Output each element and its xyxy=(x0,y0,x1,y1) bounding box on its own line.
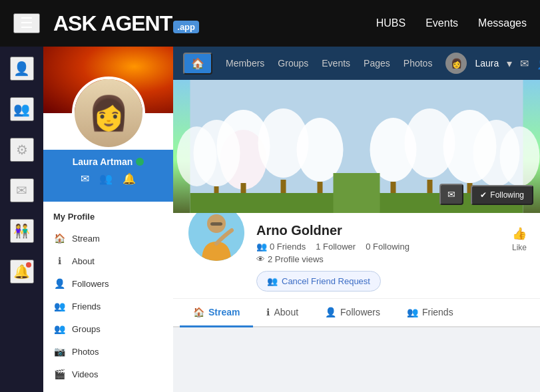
hamburger-button[interactable]: ☰ xyxy=(13,13,40,33)
avatar-image: 👩 xyxy=(75,79,142,147)
views-icon: 👁 xyxy=(256,254,265,264)
verified-icon xyxy=(136,158,144,166)
dropdown-arrow-nav[interactable]: ▾ xyxy=(507,57,512,70)
my-profile-section: My Profile 🏠 Stream ℹ About 👤 Followers … xyxy=(43,202,173,392)
inner-nav-groups[interactable]: Groups xyxy=(278,58,308,69)
profile-name-row: Laura Artman xyxy=(53,156,163,167)
following-label: Following xyxy=(490,190,524,200)
sidebar-item-about-label: About xyxy=(72,256,95,266)
profile-info-section: Arno Goldner 👥 0 Friends 1 Follower 0 Fo… xyxy=(173,213,540,299)
stream-tab-label: Stream xyxy=(208,307,240,317)
cancel-friend-label: Cancel Friend Request xyxy=(282,276,370,286)
nav-hubs[interactable]: HUBS xyxy=(376,17,405,29)
cancel-friend-button[interactable]: 👥 Cancel Friend Request xyxy=(256,271,381,292)
following-check-icon: ✔ xyxy=(480,190,487,200)
main-layout: 👤 👥 ⚙ ✉ 👫 🔔 👩 Laura Artman ✉ 👥 🔔 xyxy=(0,47,540,392)
user-name-nav[interactable]: Laura xyxy=(475,58,499,69)
inner-nav-right: 👩 Laura ▾ ✉ 👤 xyxy=(445,53,540,74)
following-count: 0 Following xyxy=(366,242,409,252)
inner-nav-events[interactable]: Events xyxy=(322,58,350,69)
tab-about[interactable]: ℹ About xyxy=(253,299,312,327)
svg-point-19 xyxy=(370,118,417,182)
sidebar-item-friends-label: Friends xyxy=(72,301,101,311)
app-logo: ASK AGENT .app xyxy=(53,11,199,36)
like-label: Like xyxy=(512,243,527,252)
sidebar-item-groups-label: Groups xyxy=(72,324,101,334)
sidebar-people-icon[interactable]: 👫 xyxy=(10,219,34,243)
following-button[interactable]: ✔ Following xyxy=(471,185,533,205)
cover-area: ✔ Following ✉ xyxy=(173,80,540,213)
top-navbar: ☰ ASK AGENT .app HUBS Events Messages xyxy=(0,0,540,47)
inner-nav-photos[interactable]: Photos xyxy=(404,58,433,69)
stat-following: 0 Following xyxy=(366,242,409,252)
logo-badge: .app xyxy=(173,21,199,33)
sidebar-item-friends[interactable]: 👥 Friends xyxy=(43,295,173,317)
about-tab-label: About xyxy=(274,307,298,317)
sidebar-item-videos-label: Videos xyxy=(72,369,99,379)
nav-events[interactable]: Events xyxy=(425,17,458,29)
like-btn-area: 👍 Like xyxy=(512,226,527,252)
sidebar-gear-icon[interactable]: ⚙ xyxy=(10,138,34,162)
message-icon[interactable]: ✉ xyxy=(81,172,89,185)
videos-icon: 🎬 xyxy=(53,368,65,380)
followers-tab-label: Followers xyxy=(340,307,380,317)
profile-full-name: Arno Goldner xyxy=(256,223,502,238)
sidebar-bell-icon[interactable]: 🔔 xyxy=(10,260,34,284)
sidebar-item-about[interactable]: ℹ About xyxy=(43,250,173,272)
profile-person-svg xyxy=(188,205,244,261)
tab-friends[interactable]: 👥 Friends xyxy=(394,299,467,327)
cancel-friend-icon: 👥 xyxy=(267,276,278,286)
sidebar-item-photos[interactable]: 📷 Photos xyxy=(43,340,173,363)
content-area: 🏠 Members Groups Events Pages Photos 👩 L… xyxy=(173,47,540,392)
stat-friends: 👥 0 Friends xyxy=(256,242,306,252)
message-cover-button[interactable]: ✉ xyxy=(439,184,463,205)
inner-nav-members[interactable]: Members xyxy=(226,58,264,69)
profile-blue-section: Laura Artman ✉ 👥 🔔 xyxy=(43,150,173,202)
stream-tab-icon: 🏠 xyxy=(193,307,204,317)
svg-point-17 xyxy=(297,118,344,182)
friends-count: 0 Friends xyxy=(270,242,306,252)
top-nav-links: HUBS Events Messages xyxy=(376,17,527,29)
mail-nav-icon[interactable]: ✉ xyxy=(520,57,529,70)
followers-count: 1 Follower xyxy=(316,242,356,252)
sidebar-item-stream-label: Stream xyxy=(72,234,100,244)
profile-views: 2 Profile views xyxy=(268,254,324,264)
sidebar-user-icon[interactable]: 👤 xyxy=(10,57,34,81)
svg-rect-22 xyxy=(334,173,380,213)
like-icon[interactable]: 👍 xyxy=(512,226,527,241)
home-nav-button[interactable]: 🏠 xyxy=(183,53,212,75)
sidebar-item-photos-label: Photos xyxy=(72,347,99,357)
sidebar-item-stream[interactable]: 🏠 Stream xyxy=(43,227,173,250)
icon-sidebar: 👤 👥 ⚙ ✉ 👫 🔔 xyxy=(0,47,43,392)
stream-icon: 🏠 xyxy=(53,232,65,244)
inner-nav-pages[interactable]: Pages xyxy=(364,58,390,69)
nav-messages[interactable]: Messages xyxy=(478,17,527,29)
notification-icon[interactable]: 🔔 xyxy=(123,172,136,185)
friends-tab-icon: 👥 xyxy=(407,307,418,317)
views-row: 👁 2 Profile views xyxy=(256,254,502,264)
about-tab-icon: ℹ xyxy=(266,307,270,317)
svg-rect-25 xyxy=(210,222,222,226)
sidebar-item-groups[interactable]: 👥 Groups xyxy=(43,317,173,340)
profile-avatar-wrapper: 👩 xyxy=(43,77,173,150)
followers-icon: 👤 xyxy=(53,278,65,290)
sidebar-item-followers[interactable]: 👤 Followers xyxy=(43,272,173,295)
sidebar-item-videos[interactable]: 🎬 Videos xyxy=(43,363,173,385)
about-icon: ℹ xyxy=(53,255,65,267)
sidebar-mail-icon[interactable]: ✉ xyxy=(10,178,34,202)
photos-icon: 📷 xyxy=(53,345,65,357)
logo-text: ASK AGENT xyxy=(53,11,172,36)
stat-followers: 1 Follower xyxy=(316,242,356,252)
svg-point-16 xyxy=(500,126,540,186)
inner-navbar: 🏠 Members Groups Events Pages Photos 👩 L… xyxy=(173,47,540,80)
friends-menu-icon: 👥 xyxy=(53,300,65,312)
friends-tab-label: Friends xyxy=(422,307,453,317)
user-nav-icon[interactable]: 👤 xyxy=(537,57,540,70)
tab-stream[interactable]: 🏠 Stream xyxy=(180,299,253,327)
profile-avatar: 👩 xyxy=(72,77,145,150)
followers-tab-icon: 👤 xyxy=(325,307,336,317)
friends-icon[interactable]: 👥 xyxy=(99,172,113,185)
profile-tabs: 🏠 Stream ℹ About 👤 Followers 👥 Friends xyxy=(173,299,540,327)
sidebar-group-icon[interactable]: 👥 xyxy=(10,97,34,121)
tab-followers[interactable]: 👤 Followers xyxy=(312,299,394,327)
